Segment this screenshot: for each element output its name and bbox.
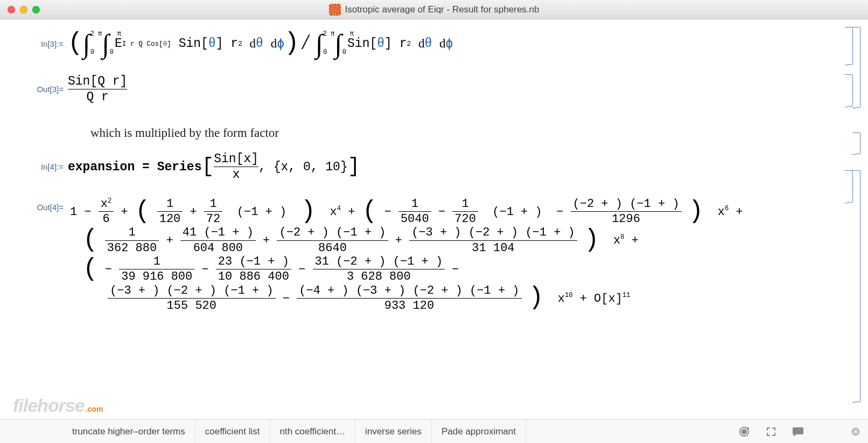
cell-bracket[interactable]	[848, 27, 853, 65]
notebook-area[interactable]: In[3]:= ( ∫2 π0 ∫π0 EI r Q Cos[θ] Sin[θ]…	[0, 19, 868, 419]
cell-bracket[interactable]	[848, 170, 853, 203]
close-window-button[interactable]	[8, 6, 15, 13]
window-controls	[8, 6, 40, 13]
cell-out4[interactable]: 1 − x2 6 + ( 1120 + 172 (−1 + ) ) x4 +	[70, 197, 743, 313]
chat-icon[interactable]	[792, 425, 804, 438]
cell-label-out3: Out[3]=	[27, 85, 64, 94]
text-cell-form-factor[interactable]: which is multiplied by the form factor	[90, 126, 836, 140]
cell-in4[interactable]: expansion = Series [ Sin[x] x , {x, 0, 1…	[68, 152, 360, 182]
watermark: filehorse.com	[13, 395, 103, 416]
cell-group-bracket[interactable]	[855, 170, 860, 402]
cell-in3[interactable]: ( ∫2 π0 ∫π0 EI r Q Cos[θ] Sin[θ] r2 dθ d…	[68, 30, 453, 57]
titlebar: Isotropic average of Eiqr - Result for s…	[0, 0, 868, 19]
cell-group-bracket[interactable]	[855, 27, 860, 108]
app-icon	[329, 4, 341, 16]
zoom-window-button[interactable]	[32, 6, 40, 13]
svg-point-0	[747, 427, 749, 430]
cell-label-in3: In[3]:=	[27, 39, 64, 49]
suggestion-inverse-series[interactable]: inverse series	[355, 420, 432, 443]
wolfram-alpha-icon[interactable]	[738, 425, 751, 438]
cell-bracket[interactable]	[848, 74, 853, 107]
suggestion-nth-coefficient[interactable]: nth coefficient…	[270, 420, 356, 443]
cell-label-out4: Out[4]=	[27, 203, 64, 212]
suggestion-coefficient-list[interactable]: coefficient list	[195, 420, 270, 443]
close-suggestions-icon[interactable]	[851, 427, 860, 437]
minimize-window-button[interactable]	[20, 6, 27, 13]
suggestion-truncate[interactable]: truncate higher–order terms	[62, 420, 195, 443]
cell-brackets	[840, 19, 864, 419]
window-title: Isotropic average of Eiqr - Result for s…	[345, 4, 540, 15]
cell-out3[interactable]: Sin[Q r] Q r	[68, 74, 127, 105]
suggestion-pade-approximant[interactable]: Pade approximant	[432, 420, 526, 443]
cell-label-in4: In[4]:=	[27, 162, 64, 171]
cell-bracket[interactable]	[855, 133, 860, 154]
suggestions-bar: truncate higher–order terms coefficient …	[0, 419, 868, 443]
expand-icon[interactable]	[765, 425, 778, 438]
